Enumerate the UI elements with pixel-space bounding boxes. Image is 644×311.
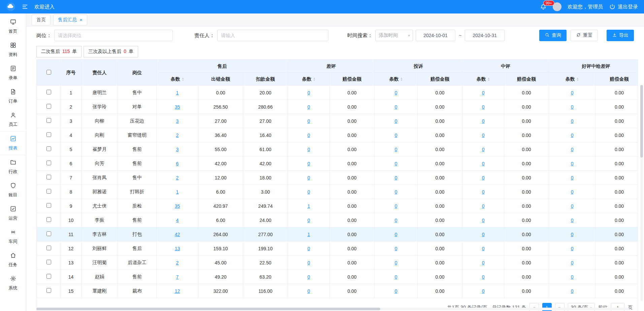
menu-collapse-icon[interactable]: [22, 3, 28, 10]
row-checkbox[interactable]: [46, 246, 51, 250]
count-link[interactable]: 0: [308, 246, 310, 251]
time-type-select[interactable]: 添加时间 ▾: [375, 30, 413, 41]
count-link[interactable]: 4: [176, 218, 179, 223]
sidebar-item-orders[interactable]: 订单: [0, 85, 26, 108]
count-link[interactable]: 0: [482, 118, 485, 124]
vertical-scrollbar[interactable]: [640, 85, 643, 301]
export-button[interactable]: 导出: [607, 30, 634, 41]
sort-icon[interactable]: ▲▼: [400, 77, 403, 81]
notification-bell-icon[interactable]: 99+: [540, 3, 547, 10]
count-link[interactable]: 0: [308, 161, 310, 166]
count-link[interactable]: 0: [395, 175, 397, 180]
date-start-input[interactable]: [416, 30, 455, 41]
count-link[interactable]: 0: [482, 133, 485, 138]
count-link[interactable]: 0: [395, 288, 397, 294]
date-end-input[interactable]: [465, 30, 505, 41]
row-checkbox[interactable]: [46, 175, 51, 179]
count-link[interactable]: 13: [175, 246, 180, 251]
app-logo-icon[interactable]: [6, 2, 15, 11]
count-link[interactable]: 0: [482, 90, 485, 95]
row-checkbox[interactable]: [46, 274, 51, 279]
sidebar-item-entry[interactable]: 录单: [0, 61, 26, 85]
count-link[interactable]: 0: [308, 260, 310, 265]
count-link[interactable]: 0: [308, 288, 310, 294]
horizontal-scrollbar-thumb[interactable]: [36, 308, 380, 310]
count-link[interactable]: 0: [308, 218, 310, 223]
sidebar-item-staff[interactable]: 员工: [0, 108, 26, 131]
count-link[interactable]: 0: [395, 104, 397, 110]
count-link[interactable]: 0: [395, 203, 397, 209]
count-link[interactable]: 0: [571, 274, 574, 280]
count-link[interactable]: 0: [571, 161, 574, 166]
row-checkbox[interactable]: [46, 161, 51, 165]
row-checkbox[interactable]: [46, 104, 51, 109]
sidebar-item-home[interactable]: 首页: [0, 15, 26, 38]
count-link[interactable]: 35: [175, 104, 180, 110]
count-link[interactable]: 0: [571, 203, 574, 209]
row-checkbox[interactable]: [46, 90, 51, 94]
row-checkbox[interactable]: [46, 132, 51, 137]
select-all-checkbox[interactable]: [46, 70, 51, 75]
row-checkbox[interactable]: [46, 231, 51, 236]
count-link[interactable]: 0: [395, 260, 397, 265]
count-link[interactable]: 0: [482, 203, 485, 209]
count-link[interactable]: 0: [571, 147, 574, 152]
sidebar-item-reports[interactable]: 报表: [0, 131, 26, 155]
count-link[interactable]: 0: [571, 288, 574, 294]
count-link[interactable]: 0: [308, 133, 310, 138]
count-link[interactable]: 0: [482, 147, 485, 152]
count-link[interactable]: 0: [395, 246, 397, 251]
count-link[interactable]: 0: [482, 175, 485, 180]
count-link[interactable]: 6: [176, 161, 179, 166]
count-link[interactable]: 0: [395, 274, 397, 280]
count-link[interactable]: 0: [482, 232, 485, 237]
count-link[interactable]: 1: [176, 90, 179, 95]
count-link[interactable]: 0: [395, 232, 397, 237]
count-link[interactable]: 0: [571, 232, 574, 237]
count-link[interactable]: 0: [571, 118, 574, 124]
count-link[interactable]: 0: [571, 260, 574, 265]
count-link[interactable]: 0: [395, 118, 397, 124]
logout-button[interactable]: 退出登录: [609, 3, 638, 10]
count-link[interactable]: 3: [176, 147, 179, 152]
count-link[interactable]: 0: [482, 260, 485, 265]
count-link[interactable]: 0: [482, 161, 485, 166]
row-checkbox[interactable]: [46, 217, 51, 222]
sidebar-item-admin[interactable]: 行政: [0, 155, 26, 178]
sort-icon[interactable]: ▲▼: [488, 77, 490, 81]
sort-icon[interactable]: ▲▼: [182, 77, 184, 81]
count-link[interactable]: 1: [176, 189, 179, 195]
reset-button[interactable]: 重置: [571, 30, 598, 41]
horizontal-scrollbar[interactable]: [36, 308, 629, 310]
count-link[interactable]: 35: [175, 203, 180, 209]
sidebar-item-workshop[interactable]: 车间: [0, 225, 26, 248]
count-link[interactable]: 2: [176, 260, 179, 265]
count-link[interactable]: 0: [571, 133, 574, 138]
count-link[interactable]: 1: [308, 203, 310, 209]
row-checkbox[interactable]: [46, 260, 51, 264]
count-link[interactable]: 0: [308, 175, 310, 180]
row-checkbox[interactable]: [46, 288, 51, 293]
count-link[interactable]: 0: [571, 189, 574, 195]
person-input[interactable]: [217, 30, 328, 41]
count-link[interactable]: 0: [395, 161, 397, 166]
count-link[interactable]: 0: [571, 90, 574, 95]
position-input[interactable]: [54, 30, 173, 41]
count-link[interactable]: 0: [395, 218, 397, 223]
row-checkbox[interactable]: [46, 118, 51, 123]
count-link[interactable]: 0: [308, 104, 310, 110]
count-link[interactable]: 0: [482, 246, 485, 251]
count-link[interactable]: 1: [308, 232, 310, 237]
sidebar-item-accounts[interactable]: 账目: [0, 178, 26, 202]
count-link[interactable]: 42: [175, 232, 180, 237]
sidebar-item-tasks[interactable]: 任务: [0, 248, 26, 272]
close-icon[interactable]: ×: [79, 17, 83, 22]
row-checkbox[interactable]: [46, 203, 51, 208]
subtab-third-plus-aftersales[interactable]: 三次及以上售后0单: [84, 46, 138, 57]
tab-aftersales-summary[interactable]: 售后汇总×: [53, 15, 87, 25]
sidebar-item-materials[interactable]: 资料: [0, 38, 26, 61]
count-link[interactable]: 0: [395, 90, 397, 95]
count-link[interactable]: 0: [395, 189, 397, 195]
count-link[interactable]: 0: [571, 246, 574, 251]
count-link[interactable]: 0: [308, 189, 310, 195]
